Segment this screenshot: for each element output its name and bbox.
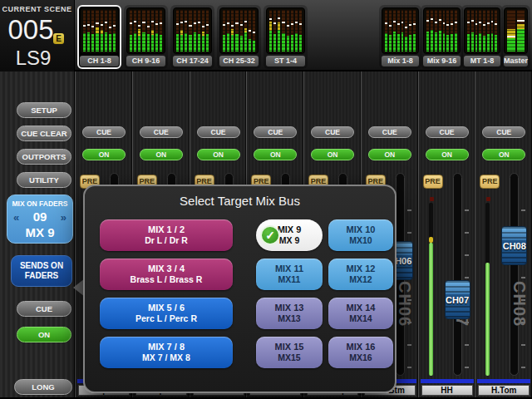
sends-on-faders-button[interactable]: SENDS ON FADERS (11, 255, 72, 287)
cue-button[interactable]: CUE (368, 126, 411, 138)
bus-number-label: MIX 3 / 4 (148, 264, 185, 274)
meter-block-ch25-32[interactable]: CH 25-32 (217, 5, 261, 69)
mix-bus-button-mix15[interactable]: MIX 15MX15 (256, 337, 323, 368)
meter-peak-mark (180, 22, 183, 23)
meter-box (173, 7, 212, 54)
meter-green-fill (235, 34, 238, 52)
meter-peak-mark (495, 23, 497, 25)
meter-block-ch17-24[interactable]: CH 17-24 (170, 5, 214, 69)
meter-green-fill (282, 33, 284, 52)
cue-button[interactable]: CUE (197, 126, 240, 138)
meter-green-fill (244, 32, 247, 52)
meter-bar (451, 10, 453, 52)
mix-on-faders-panel[interactable]: MIX ON FADERS « 09 » MX 9 (7, 195, 73, 244)
meter-block-st1-4[interactable]: ST 1-4 (264, 5, 308, 69)
meter-block-mix9-16[interactable]: Mix 9-16 (421, 5, 463, 69)
meter-block-mt1-8[interactable]: MT 1-8 (461, 5, 503, 69)
on-button[interactable]: ON (197, 149, 240, 160)
bus-number-label: MIX 16 (347, 342, 376, 352)
mix-next-arrow[interactable]: » (61, 211, 66, 224)
on-button[interactable]: ON (254, 149, 297, 160)
bus-name-label: MX12 (349, 274, 372, 285)
meter-peak-mark (269, 18, 272, 20)
meter-block-ch9-16[interactable]: CH 9-16 (124, 5, 168, 69)
meter-green-fill (198, 34, 200, 52)
fader-knob[interactable]: CH08 (501, 226, 527, 265)
on-button[interactable]: ON (426, 149, 469, 160)
level-meter-fill (485, 263, 490, 376)
cue-button[interactable]: CUE (482, 126, 525, 138)
meter-bar (435, 10, 437, 52)
bus-name-label: Brass L / Brass R (131, 274, 203, 285)
meter-peak-mark (491, 21, 494, 22)
mix-bus-button-mix10[interactable]: MIX 10MX10 (328, 219, 393, 251)
mix-bus-button-mix56[interactable]: MIX 5 / 6Perc L / Perc R (100, 298, 233, 329)
cue-button[interactable]: CUE (82, 126, 126, 138)
meter-green-fill (495, 35, 497, 52)
selected-check-icon: ✓ (260, 225, 280, 245)
mix-bus-button-mix14[interactable]: MIX 14MX14 (328, 298, 393, 329)
meter-peak-mark (467, 22, 470, 23)
meter-peak-mark (507, 36, 515, 37)
on-button[interactable]: ON (311, 149, 354, 160)
meter-peak-mark (291, 23, 293, 25)
meter-green-fill (249, 39, 251, 52)
mix-bus-button-mix11[interactable]: MIX 11MX11 (256, 259, 323, 290)
meter-peak-mark (198, 22, 200, 23)
meter-green-fill (393, 32, 396, 52)
dialog-title: Select Target Mix Bus (85, 194, 395, 208)
meter-block-master[interactable]: Master (501, 5, 530, 69)
meter-peak-mark (155, 23, 158, 25)
cue-button[interactable]: CUE (311, 126, 354, 138)
meter-peak-mark (413, 23, 416, 25)
meter-peak-mark (227, 22, 229, 24)
mix-bus-button-mix16[interactable]: MIX 16MX16 (328, 337, 393, 368)
meter-box (266, 7, 305, 54)
meter-bar (413, 10, 416, 52)
fader-knob[interactable]: CH07 (445, 280, 470, 319)
sidebar-button-outports[interactable]: OUTPORTS (17, 149, 71, 165)
master-cue-button[interactable]: CUE (17, 301, 71, 317)
mix-bus-button-mix12[interactable]: MIX 12MX12 (328, 259, 393, 290)
cue-button[interactable]: CUE (140, 126, 183, 138)
on-button[interactable]: ON (140, 149, 183, 160)
bus-name-label: MX16 (349, 352, 372, 363)
meter-peak-mark (91, 26, 94, 27)
pre-badge[interactable]: PRE (480, 175, 500, 189)
meter-yellow-fill (278, 22, 280, 30)
meter-box (80, 7, 119, 54)
meter-block-ch1-8[interactable]: CH 1-8 (77, 5, 121, 69)
meter-peak-mark (109, 27, 111, 28)
meter-bar (180, 10, 183, 52)
master-on-button[interactable]: ON (17, 327, 71, 342)
mix-bus-button-mix12[interactable]: MIX 1 / 2Dr L / Dr R (100, 219, 233, 251)
meter-green-fill (475, 35, 478, 52)
meter-bar (479, 10, 481, 52)
mix-bus-button-mix13[interactable]: MIX 13MX13 (256, 298, 323, 329)
meter-bar (467, 10, 470, 52)
bus-name-label: MX11 (278, 274, 301, 285)
meter-yellow-fill (180, 30, 183, 35)
meter-peak-mark (405, 27, 407, 28)
meter-green-fill (401, 32, 404, 52)
meter-block-mix1-8[interactable]: Mix 1-8 (379, 5, 421, 69)
scene-panel[interactable]: CURRENT SCENE 005 E LS9 (0, 0, 75, 71)
sidebar-button-setup[interactable]: SETUP (17, 102, 71, 118)
meter-peak-mark (194, 22, 196, 24)
cue-button[interactable]: CUE (426, 126, 469, 138)
cue-button[interactable]: CUE (254, 126, 297, 138)
on-button[interactable]: ON (82, 149, 126, 160)
sidebar-button-cue-clear[interactable]: CUE CLEAR (17, 126, 71, 141)
mix-bus-button-mix9[interactable]: ✓MIX 9MX 9 (256, 219, 323, 251)
meter-peak-mark (409, 24, 411, 26)
sidebar-button-utility[interactable]: UTILITY (17, 172, 71, 188)
long-faders-button[interactable]: LONG FADERS (14, 379, 72, 395)
mix-bus-button-mix78[interactable]: MIX 7 / 8MX 7 / MX 8 (100, 337, 233, 368)
on-button[interactable]: ON (482, 149, 525, 160)
on-button[interactable]: ON (368, 149, 411, 160)
meter-bar (426, 10, 429, 52)
pre-badge[interactable]: PRE (423, 175, 443, 189)
bus-number-label: MIX 12 (347, 264, 376, 274)
mix-bus-button-mix34[interactable]: MIX 3 / 4Brass L / Brass R (100, 259, 233, 290)
meter-peak-mark (130, 22, 132, 24)
